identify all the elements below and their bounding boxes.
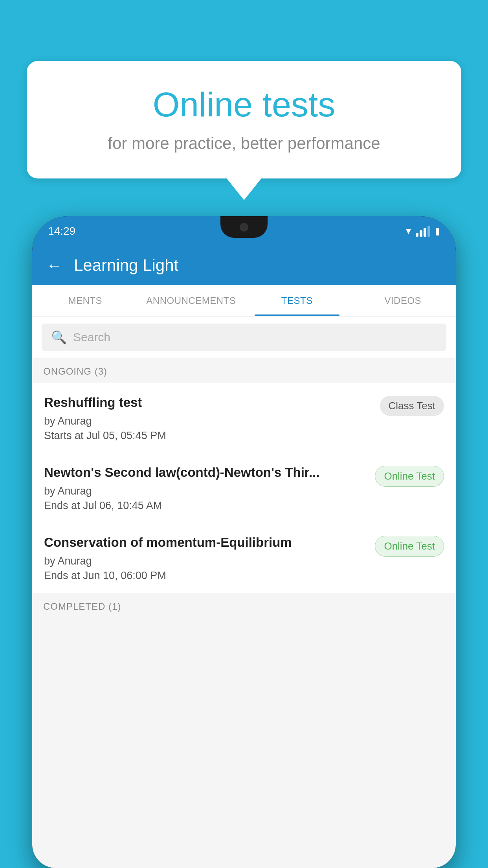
test-info: Conservation of momentum-Equilibrium by …	[44, 534, 367, 582]
test-author: by Anurag	[44, 415, 372, 427]
ongoing-section-header: ONGOING (3)	[32, 358, 456, 383]
tab-announcements[interactable]: ANNOUNCEMENTS	[138, 285, 244, 316]
test-info: Newton's Second law(contd)-Newton's Thir…	[44, 464, 367, 512]
tab-assignments[interactable]: MENTS	[32, 285, 138, 316]
completed-section-header: COMPLETED (1)	[32, 593, 456, 618]
test-info: Reshuffling test by Anurag Starts at Jul…	[44, 394, 372, 442]
search-icon: 🔍	[51, 330, 67, 345]
bar-4	[427, 226, 430, 237]
phone-frame: 14:29 ▾ ▮ ← Learning Light MENTS ANNOUNC…	[32, 216, 456, 868]
bar-3	[424, 228, 426, 237]
test-badge: Online Test	[375, 466, 444, 487]
app-title: Learning Light	[74, 256, 178, 275]
test-author: by Anurag	[44, 485, 367, 497]
test-name: Reshuffling test	[44, 394, 372, 411]
phone-notch	[220, 216, 268, 238]
test-date: Ends at Jul 06, 10:45 AM	[44, 500, 367, 512]
speech-bubble-arrow	[227, 178, 261, 200]
bar-1	[416, 233, 418, 237]
bar-2	[420, 230, 422, 237]
test-name: Newton's Second law(contd)-Newton's Thir…	[44, 464, 367, 481]
speech-bubble-title: Online tests	[54, 85, 434, 125]
speech-bubble-subtitle: for more practice, better performance	[54, 134, 434, 153]
battery-icon: ▮	[435, 226, 440, 237]
test-name: Conservation of momentum-Equilibrium	[44, 534, 367, 551]
signal-bars	[416, 226, 430, 237]
speech-bubble: Online tests for more practice, better p…	[27, 61, 461, 178]
test-author: by Anurag	[44, 555, 367, 567]
test-item[interactable]: Reshuffling test by Anurag Starts at Jul…	[32, 383, 456, 453]
search-placeholder: Search	[73, 331, 110, 344]
status-bar: 14:29 ▾ ▮	[32, 216, 456, 246]
status-icons: ▾ ▮	[406, 225, 440, 237]
test-item[interactable]: Conservation of momentum-Equilibrium by …	[32, 523, 456, 593]
test-badge: Online Test	[375, 536, 444, 557]
wifi-icon: ▾	[406, 225, 411, 237]
camera	[240, 223, 248, 232]
app-header: ← Learning Light	[32, 246, 456, 285]
test-item[interactable]: Newton's Second law(contd)-Newton's Thir…	[32, 453, 456, 523]
test-date: Starts at Jul 05, 05:45 PM	[44, 430, 372, 442]
test-date: Ends at Jun 10, 06:00 PM	[44, 570, 367, 582]
back-button[interactable]: ←	[46, 257, 62, 274]
search-bar[interactable]: 🔍 Search	[42, 324, 446, 351]
search-container: 🔍 Search	[32, 316, 456, 358]
test-badge: Class Test	[380, 396, 444, 416]
content-area: 🔍 Search ONGOING (3) Reshuffling test by…	[32, 316, 456, 868]
speech-bubble-container: Online tests for more practice, better p…	[27, 61, 461, 200]
tab-bar: MENTS ANNOUNCEMENTS TESTS VIDEOS	[32, 285, 456, 316]
status-time: 14:29	[48, 225, 75, 237]
tab-videos[interactable]: VIDEOS	[350, 285, 456, 316]
tab-tests[interactable]: TESTS	[244, 285, 350, 316]
